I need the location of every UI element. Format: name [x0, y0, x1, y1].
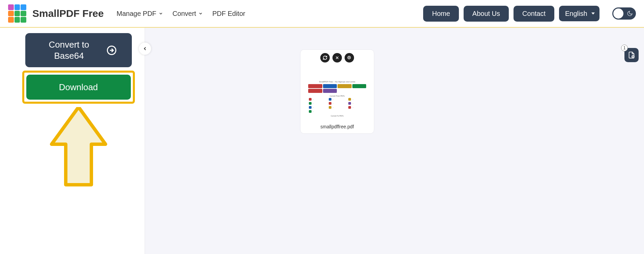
sidebar: Convert to Base64 Download	[0, 28, 145, 254]
arrow-right-circle-icon	[107, 45, 117, 55]
file-name: smallpdffree.pdf	[300, 124, 374, 129]
close-icon	[335, 55, 340, 60]
chevron-down-icon	[158, 11, 163, 16]
main: Convert to Base64 Download	[0, 28, 644, 254]
menu-editor-label: PDF Editor	[212, 10, 245, 18]
download-button[interactable]: Download	[26, 75, 131, 100]
menu-manage-pdf[interactable]: Manage PDF	[117, 10, 163, 18]
brand-title: SmallPDF Free	[32, 8, 104, 19]
file-card: SmallPDF Free – No Signups and Limits Co…	[300, 49, 374, 134]
menu-convert[interactable]: Convert	[173, 10, 203, 18]
main-menu: Manage PDF Convert PDF Editor	[117, 10, 245, 18]
add-file-button[interactable]: 1	[624, 48, 639, 62]
file-add-icon	[628, 51, 635, 59]
logo-icon	[8, 4, 26, 23]
nav-about[interactable]: About Us	[464, 6, 509, 22]
theme-toggle[interactable]	[612, 7, 636, 20]
convert-button[interactable]: Convert to Base64	[25, 33, 132, 67]
rotate-button[interactable]	[320, 53, 330, 62]
menu-manage-label: Manage PDF	[117, 10, 156, 18]
file-thumbnail: SmallPDF Free – No Signups and Limits Co…	[306, 66, 368, 121]
convert-button-label: Convert to Base64	[40, 39, 98, 61]
thumb-section1: Convert From PDFs	[306, 95, 368, 97]
download-highlight: Download	[22, 71, 135, 104]
menu-convert-label: Convert	[173, 10, 196, 18]
thumb-tiles	[306, 84, 368, 93]
zoom-button[interactable]	[345, 53, 354, 62]
thumb-section2: Convert To PDFs	[306, 115, 368, 117]
workspace: SmallPDF Free – No Signups and Limits Co…	[145, 28, 644, 254]
language-select[interactable]: English	[559, 6, 599, 21]
header-right: Home About Us Contact English	[423, 6, 636, 22]
moon-icon	[627, 10, 633, 17]
nav-contact[interactable]: Contact	[514, 6, 554, 22]
language-select-wrap: English	[559, 6, 599, 21]
menu-pdf-editor[interactable]: PDF Editor	[212, 10, 245, 18]
chevron-left-icon	[142, 46, 148, 51]
header: SmallPDF Free Manage PDF Convert PDF Edi…	[0, 0, 644, 28]
thumb-title: SmallPDF Free – No Signups and Limits	[306, 81, 368, 83]
nav-home[interactable]: Home	[423, 6, 459, 22]
rotate-icon	[323, 55, 327, 60]
collapse-sidebar-button[interactable]	[139, 43, 151, 55]
file-count-badge: 1	[621, 45, 628, 51]
chevron-down-icon	[198, 11, 203, 16]
thumb-grid: ············ ············ ············ ·…	[306, 98, 368, 113]
file-controls	[300, 50, 374, 65]
remove-button[interactable]	[332, 53, 342, 62]
arrow-up-annotation-icon	[48, 107, 109, 187]
zoom-in-icon	[347, 55, 352, 60]
toggle-knob	[613, 8, 623, 19]
